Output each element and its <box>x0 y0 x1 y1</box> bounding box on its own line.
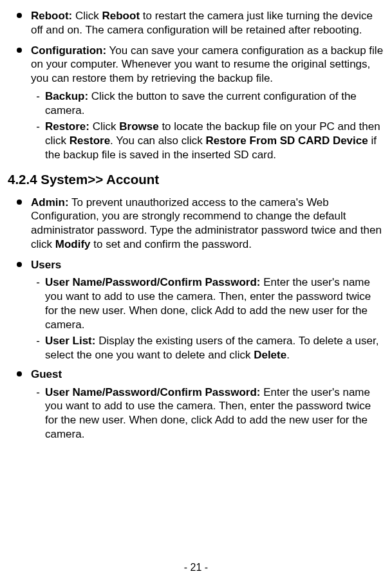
sub-title: User Name/Password/Confirm Password: <box>45 386 260 398</box>
sub-title: Backup: <box>45 90 88 102</box>
list-item-body: Configuration: You can save your camera … <box>31 44 384 165</box>
item-title: Guest <box>31 368 62 380</box>
sub-item: - User List: Display the existing users … <box>31 334 384 362</box>
list-item-body: Reboot: Click Reboot to restart the came… <box>31 9 384 37</box>
page-number: - 21 - <box>0 562 392 573</box>
bullet-icon <box>8 196 31 252</box>
sub-body: User List: Display the existing users of… <box>45 334 384 362</box>
bullet-icon <box>8 44 31 165</box>
sub-body: User Name/Password/Confirm Password: Ent… <box>45 385 384 441</box>
bold-word: Modify <box>55 238 91 250</box>
bullet-icon <box>8 258 31 365</box>
text: Click <box>72 10 102 22</box>
bold-word: Reboot <box>102 10 140 22</box>
item-title: Reboot: <box>31 10 72 22</box>
sub-item: - Backup: Click the button to save the c… <box>31 89 384 118</box>
list-item-body: Guest - User Name/Password/Confirm Passw… <box>31 367 384 444</box>
dash-icon: - <box>31 89 45 118</box>
item-title: Admin: <box>31 196 69 209</box>
list-item-body: Users - User Name/Password/Confirm Passw… <box>31 258 384 365</box>
sub-item: - User Name/Password/Confirm Password: E… <box>31 385 384 441</box>
text: . <box>286 349 290 361</box>
sub-body: Restore: Click Browse to locate the back… <box>45 120 384 162</box>
document-body: Reboot: Click Reboot to restart the came… <box>8 9 384 444</box>
list-item: Admin: To prevent unauthorized access to… <box>8 196 384 252</box>
text: Display the existing users of the camera… <box>45 335 378 361</box>
list-item: Guest - User Name/Password/Confirm Passw… <box>8 367 384 444</box>
bold-word: Restore <box>70 135 110 147</box>
text: to set and confirm the password. <box>91 238 252 250</box>
dash-icon: - <box>31 120 45 162</box>
sub-list: - User Name/Password/Confirm Password: E… <box>31 275 384 362</box>
bullet-icon <box>8 9 31 37</box>
sub-title: User Name/Password/Confirm Password: <box>45 276 260 288</box>
bold-word: Restore From SD CARD Device <box>205 135 368 147</box>
dash-icon: - <box>31 385 45 441</box>
sub-body: Backup: Click the button to save the cur… <box>45 89 384 118</box>
text: Click the button to save the current con… <box>45 90 357 116</box>
dash-icon: - <box>31 334 45 362</box>
list-item: Configuration: You can save your camera … <box>8 44 384 165</box>
text: Click <box>89 120 119 133</box>
sub-list: - User Name/Password/Confirm Password: E… <box>31 385 384 441</box>
sub-item: - User Name/Password/Confirm Password: E… <box>31 275 384 331</box>
sub-body: User Name/Password/Confirm Password: Ent… <box>45 275 384 331</box>
sub-list: - Backup: Click the button to save the c… <box>31 89 384 162</box>
sub-title: Restore: <box>45 120 89 133</box>
sub-title: User List: <box>45 335 95 347</box>
bullet-icon <box>8 367 31 444</box>
dash-icon: - <box>31 275 45 331</box>
sub-item: - Restore: Click Browse to locate the ba… <box>31 120 384 162</box>
list-item: Users - User Name/Password/Confirm Passw… <box>8 258 384 365</box>
list-item: Reboot: Click Reboot to restart the came… <box>8 9 384 37</box>
item-title: Users <box>31 259 61 271</box>
item-title: Configuration: <box>31 44 106 57</box>
bold-word: Browse <box>119 120 158 133</box>
text: . You can also click <box>110 135 205 147</box>
list-item-body: Admin: To prevent unauthorized access to… <box>31 196 384 252</box>
bold-word: Delete <box>254 349 286 361</box>
section-heading: 4.2.4 System>> Account <box>8 171 384 188</box>
